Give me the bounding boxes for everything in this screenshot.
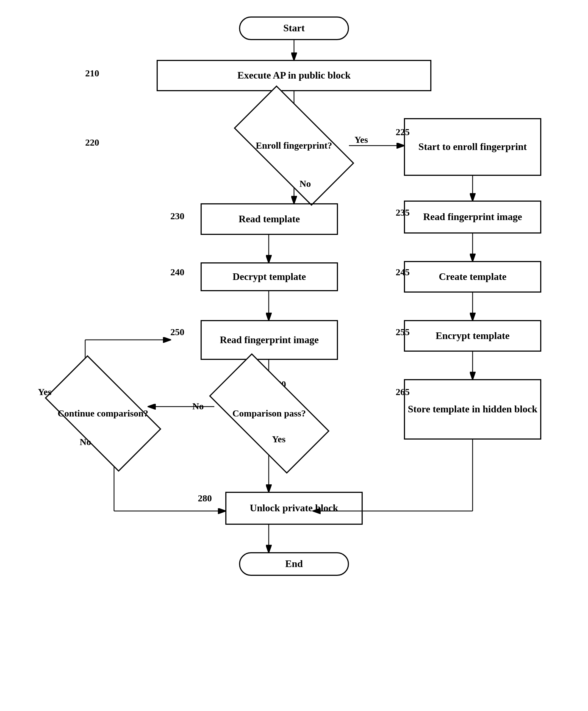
node-245-label: Create template bbox=[439, 271, 506, 283]
node-270-inner: Continue comparison? bbox=[58, 408, 148, 419]
ref-250: 250 bbox=[170, 327, 184, 337]
node-270: Continue comparison? bbox=[45, 355, 161, 472]
start-label: Start bbox=[283, 22, 305, 34]
ref-240: 240 bbox=[170, 267, 184, 278]
node-250: Read fingerprint image bbox=[201, 320, 338, 360]
node-220: Enroll fingerprint? bbox=[234, 85, 354, 206]
end-label: End bbox=[285, 558, 303, 570]
node-245: Create template bbox=[404, 261, 541, 293]
node-265-label: Store template in hidden block bbox=[408, 403, 537, 415]
ref-230: 230 bbox=[170, 211, 184, 221]
node-235: Read fingerprint image bbox=[404, 200, 541, 234]
node-240: Decrypt template bbox=[201, 262, 338, 291]
node-280: Unlock private block bbox=[225, 492, 363, 525]
node-225: Start to enroll fingerprint bbox=[404, 118, 541, 176]
yes-270: Yes bbox=[38, 387, 51, 397]
node-260: Comparison pass? bbox=[209, 353, 330, 474]
no-220: No bbox=[299, 178, 311, 189]
ref-220: 220 bbox=[85, 137, 99, 148]
node-230-label: Read template bbox=[239, 213, 300, 225]
ref-280: 280 bbox=[198, 493, 212, 503]
yes-220: Yes bbox=[354, 135, 368, 145]
start-node: Start bbox=[239, 17, 349, 40]
node-265: Store template in hidden block bbox=[404, 379, 541, 439]
no-260: No bbox=[192, 401, 204, 412]
node-225-label: Start to enroll fingerprint bbox=[418, 141, 527, 153]
node-210: Execute AP in public block bbox=[156, 60, 432, 91]
node-250-label: Read fingerprint image bbox=[220, 334, 319, 346]
node-240-label: Decrypt template bbox=[233, 271, 306, 283]
flowchart: Start 210 Execute AP in public block 220… bbox=[0, 0, 588, 711]
node-220-inner: Enroll fingerprint? bbox=[256, 140, 332, 151]
yes-260: Yes bbox=[272, 434, 286, 445]
no-270: No bbox=[80, 437, 91, 447]
ref-210: 210 bbox=[85, 68, 99, 79]
node-255-label: Encrypt template bbox=[436, 330, 510, 342]
node-280-label: Unlock private block bbox=[250, 502, 338, 514]
node-230: Read template bbox=[201, 203, 338, 235]
node-255: Encrypt template bbox=[404, 320, 541, 352]
node-260-inner: Comparison pass? bbox=[232, 408, 306, 419]
end-node: End bbox=[239, 552, 349, 576]
node-235-label: Read fingerprint image bbox=[423, 211, 522, 223]
node-210-label: Execute AP in public block bbox=[237, 69, 351, 81]
